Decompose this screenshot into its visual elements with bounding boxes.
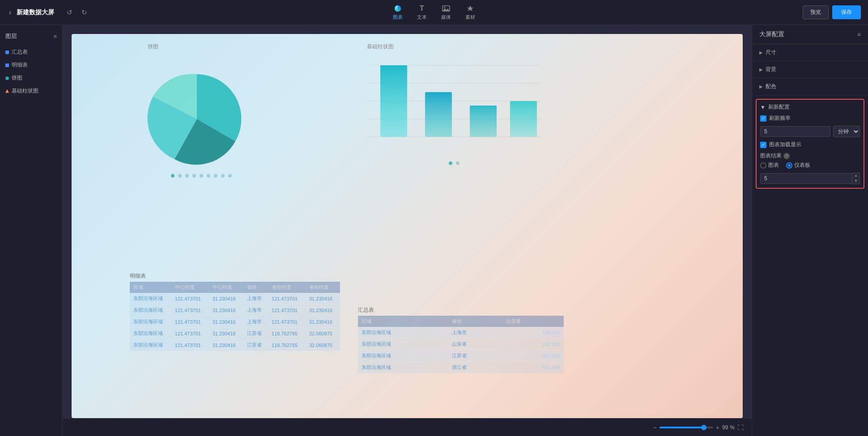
radio-dashboard[interactable]: 仪表板: [786, 161, 810, 169]
table-cell: 121.473701: [171, 316, 209, 328]
right-panel: 大屏配置 ≡ ▶ 尺寸 ▶ 背景 ▶ 配色 ▼: [752, 25, 868, 436]
app-title: 新建数据大屏: [17, 8, 54, 17]
table-row: 东部沿海区域山东省540,500: [358, 339, 564, 350]
preview-button[interactable]: 预览: [803, 5, 829, 19]
color-label: 配色: [766, 83, 776, 90]
sidebar-item-bar[interactable]: 基础柱状图: [0, 85, 62, 97]
pie-chart[interactable]: [130, 61, 273, 186]
table-cell: 山东省: [448, 339, 502, 350]
canvas-area[interactable]: 饼图 基础柱状图: [63, 25, 752, 436]
pie-dot: [5, 76, 9, 80]
panel-header: 大屏配置 ≡: [752, 25, 868, 44]
zoom-slider[interactable]: [660, 427, 713, 428]
radio-chart-circle: [760, 162, 766, 169]
summary-label: 汇总表: [12, 48, 28, 56]
toolbar-chart[interactable]: 图表: [393, 4, 403, 21]
size-section-toggle[interactable]: ▶ 尺寸: [752, 44, 868, 61]
bg-section-toggle[interactable]: ▶ 背景: [752, 61, 868, 78]
chart-icon: [393, 4, 402, 13]
spinner-down-button[interactable]: ▼: [852, 178, 859, 184]
pie-dot-9[interactable]: [228, 174, 232, 178]
table-cell: 31.230416: [209, 328, 243, 339]
svg-rect-8: [380, 65, 407, 137]
panel-section-bg: ▶ 背景: [752, 61, 868, 78]
table-cell: 32.060875: [306, 328, 340, 339]
zoom-value: 99: [722, 424, 728, 431]
table1-col-lng: 中心经度: [171, 282, 209, 293]
toolbar-media[interactable]: 媒体: [441, 4, 451, 21]
summary-dot: [5, 51, 9, 54]
refresh-rate-input[interactable]: [760, 126, 830, 137]
table-cell: 31.230416: [209, 339, 243, 351]
radio-dashboard-label: 仪表板: [794, 161, 810, 169]
fullscreen-button[interactable]: ⛶: [736, 423, 745, 432]
refresh-rate-label: 刷新频率: [769, 114, 791, 122]
sidebar-item-pie[interactable]: 饼图: [0, 72, 62, 85]
svg-point-2: [444, 7, 446, 8]
table-cell: 上海市: [243, 305, 268, 316]
bar-chart[interactable]: [353, 56, 555, 173]
loading-display-checkbox[interactable]: ✓: [760, 142, 766, 148]
zoom-thumb[interactable]: [701, 425, 706, 430]
table-cell: 118.762765: [268, 339, 306, 351]
sidebar-title: 图层: [5, 32, 17, 40]
material-label: 素材: [465, 14, 475, 21]
sidebar-menu-icon[interactable]: ≡: [53, 33, 57, 40]
chart-result-info-icon[interactable]: ?: [783, 153, 790, 159]
number-spinners: ▲ ▼: [852, 173, 860, 184]
undo-button[interactable]: ↺: [65, 8, 74, 17]
main-layout: 图层 ≡ 汇总表 明细表 饼图 基础柱状图 饼图 基础柱状: [0, 25, 868, 436]
refresh-rate-checkbox[interactable]: ✓: [760, 115, 766, 122]
sidebar-item-detail[interactable]: 明细表: [0, 59, 62, 72]
media-icon: [442, 4, 451, 13]
chart-result-row: 图表结果 ?: [760, 152, 860, 160]
refresh-rate-unit-select[interactable]: 分钟 秒 小时: [833, 126, 860, 137]
pie-label: 饼图: [12, 74, 22, 82]
table-cell: 江苏省: [448, 350, 502, 362]
pie-dot-1[interactable]: [171, 174, 174, 178]
table-cell: 上海市: [243, 316, 268, 328]
table-row: 东部沿海区域121.47370131.230416江苏省118.76276532…: [130, 328, 340, 339]
table-cell: 东部沿海区域: [130, 339, 171, 351]
redo-button[interactable]: ↻: [80, 8, 89, 17]
table1-col-lat: 中心纬度: [209, 282, 243, 293]
pie-dot-8[interactable]: [221, 174, 225, 178]
sidebar-header: 图层 ≡: [0, 30, 62, 46]
toolbar-material[interactable]: 素材: [465, 4, 475, 21]
panel-title: 大屏配置: [759, 30, 784, 38]
radio-chart-label: 图表: [768, 161, 779, 169]
pie-dot-2[interactable]: [178, 174, 182, 178]
zoom-percent: %: [730, 424, 735, 431]
radio-chart[interactable]: 图表: [760, 161, 779, 169]
save-button[interactable]: 保存: [832, 5, 861, 19]
spinner-up-button[interactable]: ▲: [852, 173, 859, 178]
size-label: 尺寸: [766, 49, 776, 56]
number-input[interactable]: [760, 173, 852, 184]
table-cell: 浙江省: [448, 362, 502, 373]
pie-dot-4[interactable]: [192, 174, 196, 178]
table2: 区域 省份 出货量 东部沿海区域上海市195,416东部沿海区域山东省540,5…: [358, 316, 564, 373]
table2-col-shipment: 出货量: [502, 316, 564, 327]
toolbar-text[interactable]: T 文本: [417, 4, 427, 21]
panel-section-size: ▶ 尺寸: [752, 44, 868, 61]
sidebar-item-summary[interactable]: 汇总表: [0, 46, 62, 59]
zoom-in-button[interactable]: +: [715, 423, 720, 432]
pie-dot-6[interactable]: [207, 174, 210, 178]
table-cell: 121.473701: [268, 293, 306, 305]
table-row: 东部沿海区域121.47370131.230416江苏省118.76276532…: [130, 339, 340, 351]
table-cell: 江苏省: [243, 339, 268, 351]
color-section-toggle[interactable]: ▶ 配色: [752, 78, 868, 95]
pie-dot-7[interactable]: [214, 174, 217, 178]
table-cell: 东部沿海区域: [130, 293, 171, 305]
table-cell: 东部沿海区域: [130, 328, 171, 339]
pie-dot-3[interactable]: [185, 174, 189, 178]
panel-menu-icon[interactable]: ≡: [857, 31, 861, 38]
number-input-row: ▲ ▼: [760, 173, 860, 184]
refresh-collapse-arrow[interactable]: ▼: [760, 104, 766, 110]
pie-dot-5[interactable]: [200, 174, 203, 178]
bar-dot-2[interactable]: [456, 161, 460, 165]
bar-dot-1[interactable]: [449, 161, 452, 165]
zoom-out-button[interactable]: −: [652, 423, 658, 432]
back-button[interactable]: ‹: [7, 7, 13, 18]
svg-rect-11: [510, 101, 537, 137]
